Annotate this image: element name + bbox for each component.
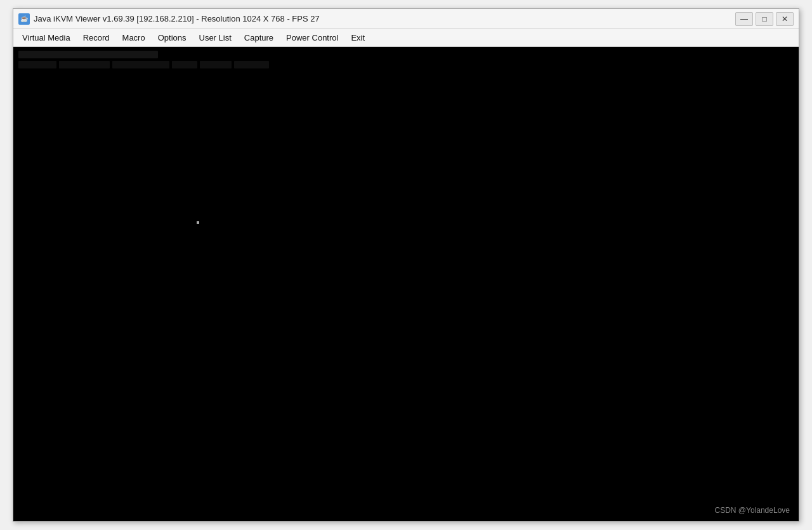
minimize-button[interactable]: — <box>735 12 753 26</box>
title-bar: ☕ Java iKVM Viewer v1.69.39 [192.168.2.2… <box>13 9 799 29</box>
blurred-remote-content <box>13 47 305 85</box>
remote-cursor <box>197 221 199 224</box>
menu-capture[interactable]: Capture <box>238 30 280 45</box>
main-window: ☕ Java iKVM Viewer v1.69.39 [192.168.2.2… <box>13 8 799 522</box>
close-button[interactable]: ✕ <box>776 12 794 26</box>
menu-power-control[interactable]: Power Control <box>280 30 344 45</box>
maximize-button[interactable]: □ <box>756 12 773 26</box>
kvm-viewer[interactable]: CSDN @YolandeLove <box>13 47 799 521</box>
menu-options[interactable]: Options <box>152 30 193 45</box>
menu-macro[interactable]: Macro <box>116 30 152 45</box>
app-icon: ☕ <box>18 13 30 25</box>
window-controls: — □ ✕ <box>735 12 794 26</box>
menu-exit[interactable]: Exit <box>344 30 371 45</box>
title-bar-left: ☕ Java iKVM Viewer v1.69.39 [192.168.2.2… <box>18 13 320 25</box>
menu-virtual-media[interactable]: Virtual Media <box>16 30 77 45</box>
menu-user-list[interactable]: User List <box>193 30 238 45</box>
menu-record[interactable]: Record <box>77 30 116 45</box>
watermark: CSDN @YolandeLove <box>715 506 790 515</box>
menu-bar: Virtual Media Record Macro Options User … <box>13 29 799 47</box>
window-title: Java iKVM Viewer v1.69.39 [192.168.2.210… <box>34 14 320 23</box>
